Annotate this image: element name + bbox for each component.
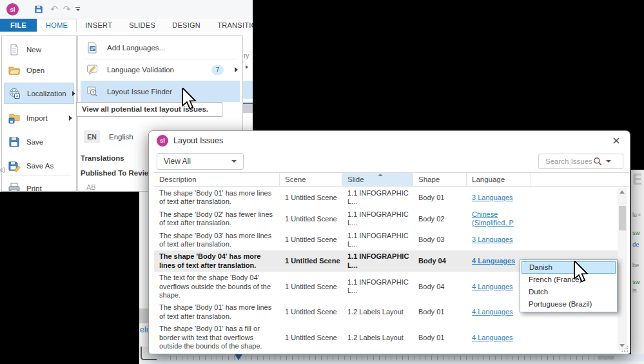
cell-shape: Body 01 xyxy=(413,308,467,316)
menu-item-open[interactable]: Open xyxy=(4,59,74,81)
screen: sl ↶ ↷ FILEHOMEINSERTSLIDESDESIGNTRANSIT… xyxy=(0,0,644,364)
bottom-strip xyxy=(141,361,644,364)
menu-item-label: New xyxy=(26,46,41,54)
vertical-scrollbar[interactable] xyxy=(618,188,627,350)
cell-text: 1 Untitled Scene xyxy=(285,194,337,201)
language-link[interactable]: 4 Languages xyxy=(472,257,515,265)
language-link[interactable]: 3 Languages xyxy=(472,194,513,201)
language-link[interactable]: 3 Languages xyxy=(472,236,513,243)
cell-text: 1 Untitled Scene xyxy=(285,236,337,243)
cell-shape: Body 01 xyxy=(413,334,467,342)
cell-slide: 1.1 INFOGRAPHIC L... xyxy=(342,278,413,296)
cell-scene: 1 Untitled Scene xyxy=(280,334,342,342)
tab-home[interactable]: HOME xyxy=(37,19,77,32)
popup-item-dutch[interactable]: Dutch xyxy=(522,286,616,298)
cell-scene: 1 Untitled Scene xyxy=(280,215,342,223)
localization-globe-icon: A xyxy=(8,87,21,100)
table-row[interactable]: The shape 'Body 03' has more lines of te… xyxy=(154,230,619,251)
scrollbar-thumb[interactable] xyxy=(619,206,626,230)
scroll-up-icon[interactable] xyxy=(620,190,625,194)
language-link[interactable]: 4 Languages xyxy=(472,308,513,316)
tab-transitions[interactable]: TRANSITIONS xyxy=(209,19,253,32)
timeline-ruler[interactable] xyxy=(141,354,644,361)
layout-issues-dialog: sl Layout Issues × View All Description … xyxy=(148,130,630,354)
cell-text: The shape 'Body 01' has more lines of te… xyxy=(159,303,271,319)
menu-item-language-validation[interactable]: Language Validation 7 xyxy=(81,60,240,79)
language-link[interactable]: 4 Languages xyxy=(472,334,513,341)
close-icon[interactable]: × xyxy=(610,133,623,147)
background-text-fragment: E xyxy=(632,171,642,188)
playhead-marker[interactable] xyxy=(235,354,242,360)
column-label: Scene xyxy=(285,176,306,183)
quick-access-toolbar: ↶ ↷ xyxy=(32,3,80,15)
ribbon-tabs: FILEHOMEINSERTSLIDESDESIGNTRANSITIONSANI… xyxy=(0,19,253,32)
language-link[interactable]: Chinese (Simplified, P xyxy=(472,210,514,227)
menu-item-new[interactable]: New xyxy=(4,39,74,60)
save-icon[interactable] xyxy=(32,5,45,14)
cell-shape: Body 03 xyxy=(413,236,467,244)
column-header-slide[interactable]: Slide xyxy=(342,173,413,186)
undo-icon[interactable]: ↶ xyxy=(50,3,58,15)
dialog-logo: sl xyxy=(157,135,168,147)
background-link-fragment: eli xyxy=(140,325,148,334)
menu-item-label: Save As xyxy=(26,162,54,170)
arrow-fragment-icon xyxy=(246,65,248,69)
cell-shape: Body 04 xyxy=(413,283,467,291)
horizontal-scrollbar-thumb[interactable] xyxy=(598,356,614,359)
language-link[interactable]: 4 Languages xyxy=(472,283,513,290)
cell-text: 1.1 INFOGRAPHIC L... xyxy=(347,189,409,205)
cell-desc: The shape 'Body 04' has more lines of te… xyxy=(154,252,280,270)
cell-slide: 1.1 INFOGRAPHIC L... xyxy=(342,232,413,249)
menu-item-add-languages[interactable]: A Add Languages... xyxy=(81,38,240,57)
popup-item-portuguese-brazil-[interactable]: Portuguese (Brazil) xyxy=(522,298,616,310)
redo-icon[interactable]: ↷ xyxy=(63,3,71,15)
popup-item-french-france-[interactable]: French (France) xyxy=(522,274,616,286)
menu-item-save-as[interactable]: Save As xyxy=(4,155,74,176)
column-header-scene[interactable]: Scene xyxy=(280,173,342,186)
scroll-down-icon[interactable] xyxy=(620,344,625,347)
tab-insert[interactable]: INSERT xyxy=(77,19,121,32)
cell-desc: The shape 'Body 01' has a fill or border… xyxy=(154,325,280,350)
search-icon[interactable] xyxy=(593,157,602,166)
column-header-shape[interactable]: Shape xyxy=(413,173,467,186)
menu-item-label: Layout Issue Finder xyxy=(107,88,172,96)
background-text-fragment: sw xyxy=(632,278,640,285)
menu-item-save[interactable]: Save xyxy=(4,131,74,152)
menu-item-localization[interactable]: A Localization xyxy=(4,83,74,104)
current-language-row[interactable]: EN English xyxy=(84,130,133,144)
column-header-description[interactable]: Description xyxy=(154,173,280,186)
table-row[interactable]: The shape 'Body 01' has a fill or border… xyxy=(154,323,619,352)
cell-text: Body 04 xyxy=(418,283,444,290)
table-row[interactable]: The shape 'Body 02' has fewer lines of t… xyxy=(154,208,619,230)
menu-item-label: Print xyxy=(26,185,42,192)
cell-desc: The text for the shape 'Body 04' overflo… xyxy=(154,274,280,299)
dialog-title: Layout Issues xyxy=(173,136,223,145)
tab-design[interactable]: DESIGN xyxy=(164,19,209,32)
customize-quick-access-icon[interactable] xyxy=(75,7,80,11)
menu-separator xyxy=(7,176,71,176)
table-row[interactable]: The shape 'Body 01' has more lines of te… xyxy=(154,187,619,208)
tab-slides[interactable]: SLIDES xyxy=(121,19,164,32)
column-header-language[interactable]: Language xyxy=(467,173,531,186)
clipped-menu-text: AB xyxy=(86,183,96,191)
background-text-fragment: ry xyxy=(244,52,249,59)
cell-text: Body 04 xyxy=(418,257,446,265)
tab-file[interactable]: FILE xyxy=(0,19,37,32)
search-box[interactable] xyxy=(538,154,623,169)
language-code-badge: EN xyxy=(84,130,100,143)
search-input[interactable] xyxy=(544,157,593,166)
svg-text:!: ! xyxy=(92,90,93,94)
background-text-fragment: sw xyxy=(632,229,640,236)
cell-text: The shape 'Body 03' has more lines of te… xyxy=(159,232,271,248)
view-filter-dropdown[interactable]: View All xyxy=(157,153,244,170)
cell-text: 1.1 INFOGRAPHIC L... xyxy=(347,232,409,248)
cell-desc: The shape 'Body 02' has fewer lines of t… xyxy=(154,210,280,228)
background-right-strip: E le> sw de be sw is xyxy=(631,170,644,364)
cell-scene: 1 Untitled Scene xyxy=(280,257,342,265)
popup-item-danish[interactable]: Danish xyxy=(522,261,616,274)
menu-item-layout-issue-finder[interactable]: ! Layout Issue Finder xyxy=(81,81,240,102)
menu-item-print[interactable]: Print xyxy=(4,177,74,192)
menu-item-label: Import xyxy=(26,114,48,122)
menu-item-import[interactable]: Import xyxy=(4,107,74,128)
search-options-chevron-icon[interactable] xyxy=(606,160,611,163)
